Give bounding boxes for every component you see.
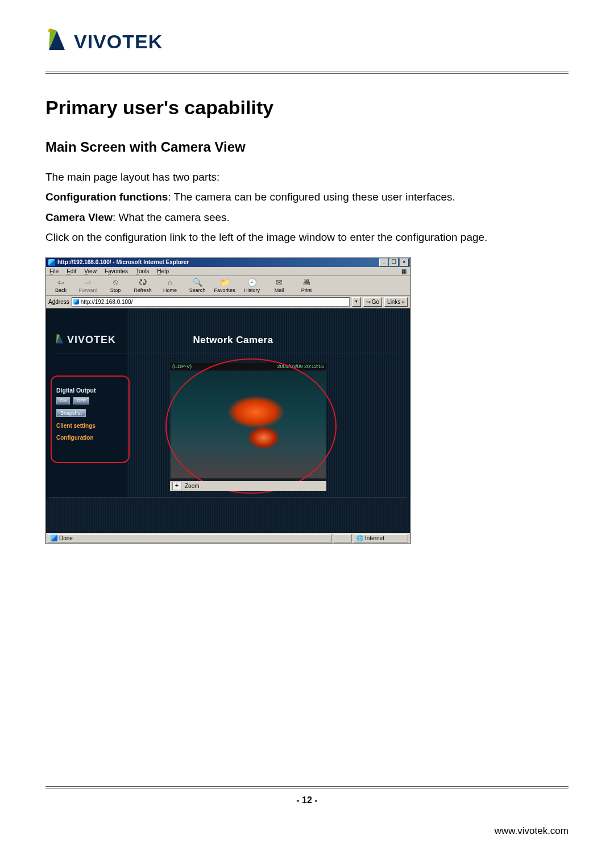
print-button[interactable]: 🖶Print [295,277,318,293]
history-icon: 🕘 [247,277,257,287]
header-rule [45,72,569,74]
footer-url: www.vivotek.com [495,825,569,837]
footer-rule [45,786,569,788]
search-button[interactable]: 🔍Search [186,277,209,293]
client-settings-link[interactable]: Client settings [56,423,119,429]
home-button[interactable]: ⌂Home [159,277,181,293]
manual-page: VIVOTEK Primary user's capability Main S… [0,0,614,868]
minimize-button[interactable]: _ [379,258,388,266]
menu-edit[interactable]: Edit [67,268,76,274]
camera-header-divider [56,353,400,353]
snapshot-button[interactable]: Snapshot [56,409,86,417]
brand-mark-icon [45,28,68,55]
stop-icon: ⦸ [110,277,121,287]
configuration-link[interactable]: Configuration [56,435,119,441]
status-done: Done [59,535,73,541]
zoom-label: Zoom [185,483,200,489]
zoom-in-button[interactable]: + [172,482,181,490]
window-title: http://192.168.0.100/ - Microsoft Intern… [57,259,189,265]
page-icon [73,299,79,304]
address-label: Address [48,299,69,305]
status-zone: Internet [365,535,384,541]
video-timestamp: 2004/03/09 20:12:15 [277,364,324,369]
forward-button[interactable]: ⇨Forward [77,277,99,293]
menu-view[interactable]: View [84,268,97,274]
address-field[interactable]: http://192.168.0.100/ [72,297,350,307]
digital-output-label: Digital Output [56,387,119,394]
status-page-icon [51,535,57,541]
home-icon: ⌂ [165,277,175,287]
camera-page-title: Network Camera [116,335,350,346]
back-arrow-icon: ⇦ [56,277,66,287]
back-button[interactable]: ⇦Back [49,277,72,293]
go-icon: ↪ [366,299,371,305]
menu-file[interactable]: File [49,268,59,274]
status-bar: Done 🌐 Internet [46,533,410,543]
favorites-icon: 📁 [219,277,230,287]
digital-output-on-button[interactable]: ON [56,397,70,404]
zoom-bar: + Zoom [170,481,326,491]
address-dropdown[interactable]: ▼ [352,297,361,307]
paragraph-camview: Camera View: What the camera sees. [45,209,569,226]
content-divider [49,497,407,498]
camera-view-text: : What the camera sees. [113,211,230,223]
menu-favorites[interactable]: Favorites [105,268,128,274]
tool-bar: ⇦Back ⇨Forward ⦸Stop 🗘Refresh ⌂Home 🔍Sea… [46,276,410,296]
page-bg-stripes-lower [46,498,410,533]
paragraph-config: Configuration functions: The camera can … [45,189,569,205]
menu-tools[interactable]: Tools [136,268,149,274]
section-heading: Primary user's capability [45,97,569,119]
mail-button[interactable]: ✉Mail [268,277,291,293]
stop-button[interactable]: ⦸Stop [104,277,127,293]
address-value: http://192.168.0.100/ [81,299,133,305]
ie-icon [48,259,55,266]
search-icon: 🔍 [192,277,202,287]
brand-logo: VIVOTEK [45,28,569,55]
camera-brand: VIVOTEK [67,334,116,346]
menu-help[interactable]: Help [157,268,169,274]
page-number: - 12 - [0,795,614,806]
go-button[interactable]: ↪Go [363,297,382,307]
paragraph-link: Click on the configuration link to the l… [45,229,569,245]
refresh-button[interactable]: 🗘Refresh [131,277,154,293]
video-protocol: (UDP-V) [172,364,192,369]
forward-arrow-icon: ⇨ [83,277,93,287]
window-titlebar: http://192.168.0.100/ - Microsoft Intern… [46,258,410,267]
print-icon: 🖶 [301,277,312,287]
internet-zone-icon: 🌐 [356,535,363,541]
mail-icon: ✉ [274,277,284,287]
brand-name: VIVOTEK [74,31,163,53]
digital-output-off-button[interactable]: OFF [73,397,89,404]
links-button[interactable]: Links » [384,297,408,307]
refresh-icon: 🗘 [138,277,148,287]
throbber-icon: ▦ [401,268,406,274]
page-content: VIVOTEK Network Camera (UDP-V) 2004/03/0… [46,308,410,533]
vivotek-mark-icon [55,334,65,347]
svg-point-0 [48,29,52,32]
config-functions-label: Configuration functions [45,191,168,203]
status-mid-cell [334,534,352,542]
close-button[interactable]: × [400,258,409,266]
browser-window: http://192.168.0.100/ - Microsoft Intern… [45,257,410,544]
camera-video [170,371,326,479]
camera-view-label: Camera View [45,211,113,223]
section-subheading: Main Screen with Camera View [45,139,569,155]
history-button[interactable]: 🕘History [240,277,263,293]
maximize-button[interactable]: ❐ [389,258,399,266]
config-functions-text: : The camera can be configured using the… [168,191,455,203]
camera-sidebar: Digital Output ON OFF Snapshot Client se… [56,383,119,441]
favorites-button[interactable]: 📁Favorites [213,277,236,293]
paragraph-intro: The main page layout has two parts: [45,169,569,185]
video-infobar: (UDP-V) 2004/03/09 20:12:15 [170,363,326,370]
address-bar: Address http://192.168.0.100/ ▼ ↪Go Link… [46,296,410,308]
menu-bar: File Edit View Favorites Tools Help ▦ [46,267,410,276]
camera-header: VIVOTEK Network Camera [55,334,401,347]
